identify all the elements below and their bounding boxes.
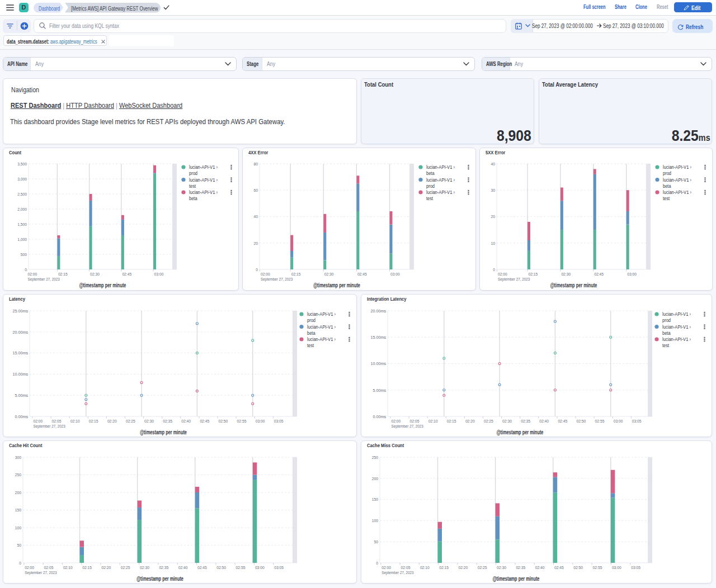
svg-text:02:45: 02:45 bbox=[594, 272, 604, 277]
svg-text:September 27, 2023: September 27, 2023 bbox=[498, 277, 530, 282]
svg-text:02:50: 02:50 bbox=[219, 419, 228, 424]
svg-text:@timestamp per minute: @timestamp per minute bbox=[492, 576, 539, 582]
svg-text:prod: prod bbox=[663, 170, 671, 176]
svg-text:02:30: 02:30 bbox=[561, 272, 571, 277]
svg-text:3,500: 3,500 bbox=[17, 162, 27, 167]
svg-text:test: test bbox=[663, 195, 670, 201]
svg-text:September 27, 2023: September 27, 2023 bbox=[392, 424, 424, 429]
svg-text:03:00: 03:00 bbox=[612, 565, 621, 570]
svg-text:20: 20 bbox=[254, 241, 258, 246]
svg-text:lucian-API-V1 ›: lucian-API-V1 › bbox=[189, 164, 218, 170]
svg-text:September 27, 2023: September 27, 2023 bbox=[381, 570, 414, 575]
svg-text:02:45: 02:45 bbox=[558, 419, 567, 424]
svg-text:test: test bbox=[426, 195, 433, 201]
svg-text:50: 50 bbox=[374, 539, 379, 544]
svg-text:02:10: 02:10 bbox=[428, 419, 438, 424]
svg-text:02:25: 02:25 bbox=[478, 565, 487, 570]
svg-text:02:20: 02:20 bbox=[107, 419, 117, 424]
svg-text:September 27, 2023: September 27, 2023 bbox=[34, 424, 66, 429]
svg-text:15.00ms: 15.00ms bbox=[12, 350, 28, 355]
svg-text:200: 200 bbox=[15, 490, 22, 495]
svg-text:02:30: 02:30 bbox=[497, 565, 506, 570]
svg-text:02:25: 02:25 bbox=[484, 419, 493, 424]
svg-text:@timestamp per minute: @timestamp per minute bbox=[313, 282, 360, 288]
svg-text:03:00: 03:00 bbox=[390, 272, 400, 277]
svg-text:02:10: 02:10 bbox=[70, 419, 80, 424]
svg-text:20.00ms: 20.00ms bbox=[12, 330, 28, 335]
svg-text:02:50: 02:50 bbox=[577, 419, 586, 424]
svg-text:beta: beta bbox=[662, 330, 671, 336]
svg-text:lucian-API-V1 ›: lucian-API-V1 › bbox=[189, 189, 218, 195]
svg-text:0.00ms: 0.00ms bbox=[373, 414, 386, 419]
svg-text:10.00ms: 10.00ms bbox=[370, 361, 386, 366]
svg-text:02:40: 02:40 bbox=[178, 565, 188, 570]
svg-text:03:05: 03:05 bbox=[631, 565, 640, 570]
svg-text:lucian-API-V1 ›: lucian-API-V1 › bbox=[307, 311, 336, 317]
svg-text:02:20: 02:20 bbox=[102, 565, 111, 570]
svg-text:03:00: 03:00 bbox=[255, 565, 265, 570]
svg-text:02:50: 02:50 bbox=[216, 565, 226, 570]
svg-text:03:05: 03:05 bbox=[632, 419, 642, 424]
svg-text:300: 300 bbox=[15, 455, 22, 460]
svg-text:02:45: 02:45 bbox=[554, 565, 564, 570]
svg-text:prod: prod bbox=[662, 317, 671, 323]
svg-text:1,500: 1,500 bbox=[17, 222, 27, 227]
svg-text:lucian-API-V1 ›: lucian-API-V1 › bbox=[662, 324, 691, 330]
svg-text:80: 80 bbox=[254, 162, 258, 167]
svg-text:@timestamp per minute: @timestamp per minute bbox=[496, 429, 543, 435]
svg-text:prod: prod bbox=[307, 317, 315, 323]
svg-text:02:20: 02:20 bbox=[465, 419, 475, 424]
svg-text:02:55: 02:55 bbox=[593, 565, 602, 570]
svg-text:10: 10 bbox=[491, 241, 496, 246]
svg-text:03:00: 03:00 bbox=[627, 272, 637, 277]
svg-text:0: 0 bbox=[256, 267, 258, 272]
svg-text:02:55: 02:55 bbox=[595, 419, 605, 424]
svg-text:@timestamp per minute: @timestamp per minute bbox=[79, 282, 126, 288]
svg-text:02:10: 02:10 bbox=[63, 565, 73, 570]
svg-text:03:05: 03:05 bbox=[274, 419, 284, 424]
svg-text:02:15: 02:15 bbox=[89, 419, 98, 424]
svg-text:lucian-API-V1 ›: lucian-API-V1 › bbox=[307, 324, 336, 330]
svg-text:test: test bbox=[189, 183, 196, 189]
svg-text:02:45: 02:45 bbox=[357, 272, 367, 277]
svg-text:30: 30 bbox=[491, 188, 496, 193]
svg-text:02:35: 02:35 bbox=[521, 419, 530, 424]
svg-text:0: 0 bbox=[376, 561, 378, 566]
svg-text:02:55: 02:55 bbox=[237, 419, 247, 424]
svg-text:5.00ms: 5.00ms bbox=[373, 388, 386, 393]
svg-text:lucian-API-V1 ›: lucian-API-V1 › bbox=[189, 177, 218, 183]
svg-text:40: 40 bbox=[491, 162, 496, 167]
svg-text:test: test bbox=[307, 342, 314, 348]
svg-text:60: 60 bbox=[254, 188, 258, 193]
svg-text:@timestamp per minute: @timestamp per minute bbox=[550, 282, 597, 288]
svg-text:200: 200 bbox=[372, 476, 379, 481]
svg-text:lucian-API-V1 ›: lucian-API-V1 › bbox=[663, 164, 691, 170]
svg-text:50: 50 bbox=[17, 543, 22, 548]
svg-text:02:15: 02:15 bbox=[439, 565, 449, 570]
svg-text:20.00ms: 20.00ms bbox=[370, 309, 386, 314]
svg-text:beta: beta bbox=[189, 195, 197, 201]
svg-text:lucian-API-V1 ›: lucian-API-V1 › bbox=[662, 336, 691, 342]
svg-text:@timestamp per minute: @timestamp per minute bbox=[140, 429, 187, 435]
svg-text:@timestamp per minute: @timestamp per minute bbox=[136, 576, 183, 582]
svg-text:02:10: 02:10 bbox=[420, 565, 430, 570]
svg-text:test: test bbox=[662, 342, 669, 348]
svg-text:prod: prod bbox=[189, 170, 197, 176]
svg-text:lucian-API-V1 ›: lucian-API-V1 › bbox=[663, 177, 691, 183]
svg-text:0: 0 bbox=[493, 267, 495, 272]
svg-text:beta: beta bbox=[426, 170, 435, 176]
svg-text:2,500: 2,500 bbox=[17, 192, 27, 197]
svg-text:150: 150 bbox=[15, 508, 22, 513]
svg-text:02:45: 02:45 bbox=[122, 272, 131, 277]
svg-text:15.00ms: 15.00ms bbox=[370, 335, 386, 340]
svg-text:10.00ms: 10.00ms bbox=[12, 372, 28, 377]
svg-text:03:00: 03:00 bbox=[256, 419, 265, 424]
svg-text:02:35: 02:35 bbox=[159, 565, 168, 570]
svg-text:lucian-API-V1 ›: lucian-API-V1 › bbox=[426, 189, 455, 195]
svg-text:lucian-API-V1 ›: lucian-API-V1 › bbox=[426, 164, 455, 170]
svg-text:02:40: 02:40 bbox=[535, 565, 545, 570]
svg-text:02:50: 02:50 bbox=[573, 565, 583, 570]
svg-text:0.00ms: 0.00ms bbox=[15, 414, 28, 419]
svg-text:lucian-API-V1 ›: lucian-API-V1 › bbox=[426, 177, 455, 183]
svg-text:02:35: 02:35 bbox=[163, 419, 172, 424]
